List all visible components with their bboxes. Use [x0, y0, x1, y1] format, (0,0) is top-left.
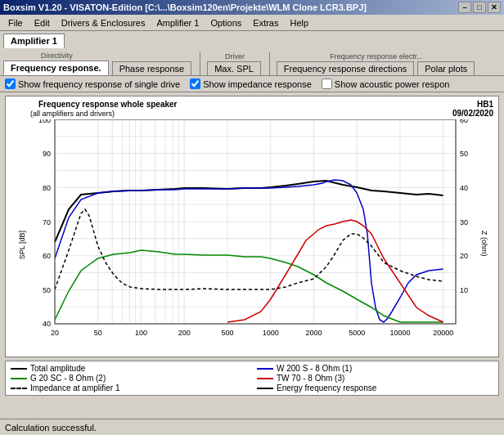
- svg-text:2000: 2000: [305, 329, 322, 337]
- svg-text:10000: 10000: [389, 329, 410, 337]
- amplifier-tabs: Amplifier 1: [0, 31, 504, 48]
- menu-bar: File Edit Drivers & Enclosures Amplifier…: [0, 15, 504, 31]
- tab-freq-response[interactable]: Frequency response.: [3, 61, 109, 75]
- menu-help[interactable]: Help: [285, 16, 313, 29]
- tab-phase-response[interactable]: Phase response: [112, 61, 192, 75]
- chart-title: Frequency response whole speaker: [38, 100, 178, 109]
- status-bar: Calculation successful.: [0, 419, 504, 435]
- minimize-button[interactable]: –: [458, 2, 471, 13]
- checkbox-show-freq-single[interactable]: Show frequency response of single drive: [5, 78, 180, 89]
- legend-energy: Energy frequency response: [257, 383, 493, 392]
- svg-text:80: 80: [43, 184, 51, 192]
- legend-tw70: TW 70 - 8 Ohm (3): [257, 374, 493, 383]
- svg-text:5000: 5000: [349, 329, 365, 337]
- chart-id: HB1: [452, 100, 493, 109]
- svg-text:100: 100: [38, 119, 51, 124]
- svg-text:70: 70: [43, 218, 51, 226]
- menu-amplifier[interactable]: Amplifier 1: [151, 16, 204, 29]
- svg-text:500: 500: [221, 329, 233, 337]
- checkboxes-row: Show frequency response of single drive …: [0, 76, 504, 92]
- tab-max-spl[interactable]: Max. SPL: [207, 61, 261, 75]
- freq-resp-el-group-label: Frequency response electr...: [330, 52, 423, 61]
- svg-text:200: 200: [178, 329, 191, 337]
- chart-subtitle: (all amplifiers and drivers): [30, 110, 115, 118]
- tab-freq-resp-dir[interactable]: Frequency response directions: [277, 61, 414, 75]
- menu-extras[interactable]: Extras: [248, 16, 283, 29]
- legend-impedance: Impedance at amplifier 1: [11, 383, 247, 392]
- legend-g20sc: G 20 SC - 8 Ohm (2): [11, 374, 247, 383]
- menu-options[interactable]: Options: [205, 16, 246, 29]
- status-message: Calculation successful.: [5, 423, 97, 433]
- close-button[interactable]: ✕: [488, 2, 501, 13]
- chart-svg: 100 90 80 70 60 50 40 60 50 40 30 20 10 …: [24, 119, 478, 347]
- checkbox-show-impedance[interactable]: Show impedance response: [190, 78, 312, 89]
- svg-text:40: 40: [460, 184, 468, 192]
- svg-text:1000: 1000: [263, 329, 279, 337]
- svg-text:30: 30: [460, 218, 468, 226]
- svg-text:100: 100: [135, 329, 147, 337]
- driver-group-label: Driver: [225, 52, 245, 61]
- legend-area: Total amplitude W 200 S - 8 Ohm (1) G 20…: [5, 361, 499, 396]
- title-bar: Boxsim V1.20 - VISATON-Edition [C:\...\B…: [0, 0, 504, 15]
- y-axis-right-label: Z (ohm): [479, 231, 488, 257]
- svg-text:20000: 20000: [433, 329, 453, 337]
- menu-edit[interactable]: Edit: [29, 16, 55, 29]
- svg-text:60: 60: [43, 252, 51, 260]
- tabs-container: Directivity Frequency response. Phase re…: [0, 48, 504, 76]
- svg-text:90: 90: [43, 150, 51, 158]
- svg-text:50: 50: [43, 286, 51, 294]
- chart-date: 09/02/2020: [452, 109, 493, 118]
- title-text: Boxsim V1.20 - VISATON-Edition [C:\...\B…: [3, 2, 367, 12]
- svg-text:60: 60: [460, 119, 468, 124]
- svg-text:10: 10: [460, 286, 468, 294]
- svg-text:50: 50: [94, 329, 102, 337]
- tab-polar-plots[interactable]: Polar plots: [417, 61, 475, 75]
- svg-text:40: 40: [43, 320, 51, 328]
- checkbox-show-acoustic[interactable]: Show acoustic power respon: [322, 78, 450, 89]
- svg-text:50: 50: [460, 150, 468, 158]
- maximize-button[interactable]: □: [473, 2, 486, 13]
- legend-total-amplitude: Total amplitude: [11, 364, 247, 373]
- svg-text:20: 20: [460, 252, 468, 260]
- amplifier-1-tab[interactable]: Amplifier 1: [3, 34, 65, 48]
- menu-file[interactable]: File: [3, 16, 28, 29]
- svg-text:20: 20: [51, 329, 59, 337]
- directivity-group-label: Directivity: [41, 52, 73, 60]
- menu-drivers[interactable]: Drivers & Enclosures: [56, 16, 151, 29]
- legend-w200s: W 200 S - 8 Ohm (1): [257, 364, 493, 373]
- title-bar-controls: – □ ✕: [458, 2, 501, 13]
- chart-area: Frequency response whole speaker (all am…: [5, 96, 499, 357]
